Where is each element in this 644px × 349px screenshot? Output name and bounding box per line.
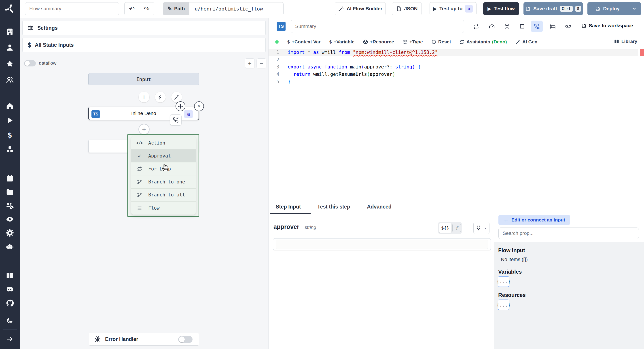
windmill-logo-icon[interactable] — [5, 4, 15, 14]
code-line-3: 3export async function main(approver?: s… — [268, 63, 638, 71]
approver-value-input[interactable] — [276, 240, 488, 249]
tab-label: Step Input — [276, 204, 301, 210]
mock-button[interactable] — [563, 21, 573, 32]
connect-input-button[interactable]: → — [474, 222, 490, 234]
add-variable-button[interactable]: $+Variable — [329, 39, 354, 45]
hand-cursor — [160, 162, 171, 172]
trigger-bolt-button[interactable] — [155, 92, 166, 103]
test-up-to-button[interactable]: ▶ Test up to a — [430, 2, 476, 15]
menu-item-action[interactable]: </>Action — [131, 136, 196, 149]
zoom-out-button[interactable]: − — [256, 58, 266, 68]
ai-flow-builder-button[interactable]: AI Flow Builder — [335, 2, 386, 15]
tab-test-this-step[interactable]: Test this step — [317, 200, 350, 214]
assistants-button[interactable]: Assistants(Deno) — [460, 39, 507, 45]
sleep-button[interactable] — [548, 21, 558, 32]
json-label: JSON — [404, 6, 418, 12]
cache-button[interactable] — [502, 21, 512, 32]
docs-book-icon[interactable] — [6, 272, 14, 280]
input-node[interactable]: Input — [88, 73, 199, 85]
dataflow-toggle[interactable] — [24, 60, 36, 67]
user-icon[interactable] — [6, 44, 14, 52]
magic-wand-icon — [174, 94, 180, 100]
retries-button[interactable] — [471, 21, 481, 32]
search-prop-input[interactable] — [498, 227, 639, 239]
redo-button[interactable]: ↷ — [139, 3, 154, 15]
step-summary-input[interactable] — [291, 20, 464, 33]
home-icon[interactable] — [6, 102, 14, 110]
reset-button[interactable]: Reset — [431, 39, 451, 45]
folders-icon[interactable] — [6, 188, 14, 196]
sidebar-divider — [3, 89, 17, 89]
json-button[interactable]: JSON — [392, 2, 422, 15]
insert-step-button[interactable]: + — [139, 92, 149, 103]
error-handler-toggle[interactable] — [178, 336, 192, 343]
insert-step-below-button[interactable]: + — [138, 124, 150, 135]
all-static-inputs-row[interactable]: $ All Static Inputs — [22, 38, 266, 52]
discord-icon[interactable] — [6, 285, 14, 293]
suspend-approval-button[interactable] — [531, 21, 543, 32]
ai-robot-icon[interactable] — [6, 243, 14, 251]
dark-mode-moon-icon[interactable] — [6, 317, 14, 324]
undo-button[interactable]: ↶ — [124, 3, 139, 15]
code-text: } — [279, 79, 291, 84]
deploy-label: Deploy — [603, 6, 620, 12]
menu-item-branch-to-all[interactable]: Branch to all — [131, 189, 196, 202]
workers-icon[interactable] — [6, 202, 14, 210]
delete-step-button[interactable]: × — [194, 101, 204, 111]
resources-cubes-icon[interactable] — [6, 145, 14, 153]
variables-chip-label: {...} — [496, 279, 510, 284]
menu-item-approval[interactable]: ✓Approval — [131, 149, 196, 162]
flow-summary-input[interactable] — [25, 2, 119, 15]
resources-expand-chip[interactable]: {...} — [498, 299, 510, 310]
add-resource-button[interactable]: +Resource — [363, 39, 394, 45]
variables-expand-chip[interactable]: {...} — [498, 276, 510, 287]
ai-gen-label: AI Gen — [522, 39, 538, 45]
line-number: 4 — [268, 72, 279, 77]
deploy-button[interactable]: Deploy — [588, 6, 627, 12]
field-input-wrap — [273, 238, 491, 250]
move-step-button[interactable] — [176, 101, 185, 111]
ai-gen-button[interactable]: AI Gen — [516, 39, 538, 45]
path-edit-button[interactable]: ✎ Path — [163, 3, 190, 15]
favorites-star-icon[interactable] — [6, 60, 14, 68]
add-context-var-button[interactable]: $+Context Var — [287, 39, 321, 45]
library-button[interactable]: Library — [614, 39, 637, 44]
zoom-in-button[interactable]: + — [245, 58, 255, 68]
tab-advanced[interactable]: Advanced — [367, 200, 392, 214]
close-icon: × — [197, 103, 200, 110]
edit-or-connect-button[interactable]: ← Edit or connect an input — [498, 215, 570, 225]
javascript-mode-button[interactable]: f — [452, 224, 461, 232]
suspend-step-badge[interactable] — [170, 114, 182, 126]
early-stop-button[interactable] — [517, 21, 527, 32]
audit-eye-icon[interactable] — [6, 215, 14, 223]
code-icon: </> — [137, 140, 142, 146]
menu-item-branch-to-one[interactable]: Branch to one — [131, 175, 196, 188]
github-icon[interactable] — [6, 299, 14, 307]
runs-play-icon[interactable] — [6, 116, 14, 124]
line-number: 2 — [268, 57, 279, 62]
save-to-workspace-button[interactable]: Save to workspace — [581, 23, 633, 29]
flow-input-title: Flow Input — [498, 247, 525, 253]
tab-step-input[interactable]: Step Input — [276, 200, 301, 214]
expand-arrow-icon[interactable] — [6, 335, 14, 343]
static-mode-button[interactable]: ${} — [439, 223, 452, 233]
variables-dollar-icon[interactable]: $ — [0, 130, 20, 139]
groups-icon[interactable] — [6, 76, 14, 84]
ai-suggest-button[interactable] — [171, 92, 182, 103]
add-context-var-label: +Context Var — [292, 39, 321, 45]
code-editor[interactable]: 1import * as wmill from "npm:windmill-cl… — [268, 49, 638, 200]
error-handler-node[interactable]: Error Handler — [89, 333, 199, 346]
settings-row[interactable]: Settings — [22, 21, 266, 35]
kbd-ctrl: Ctrl — [560, 6, 573, 12]
test-flow-button[interactable]: ▶ Test flow — [483, 2, 519, 15]
settings-gear-icon[interactable] — [6, 229, 14, 237]
variables-title: Variables — [498, 269, 522, 275]
save-draft-button[interactable]: Save draft Ctrl S — [524, 2, 583, 15]
status-dot — [275, 40, 278, 44]
add-type-button[interactable]: +Type — [402, 39, 423, 45]
schedules-calendar-icon[interactable] — [6, 174, 14, 182]
workspace-building-icon[interactable] — [6, 28, 14, 36]
menu-item-flow[interactable]: Flow — [131, 202, 196, 215]
deploy-dropdown-button[interactable] — [627, 3, 641, 15]
concurrency-button[interactable] — [487, 21, 497, 32]
